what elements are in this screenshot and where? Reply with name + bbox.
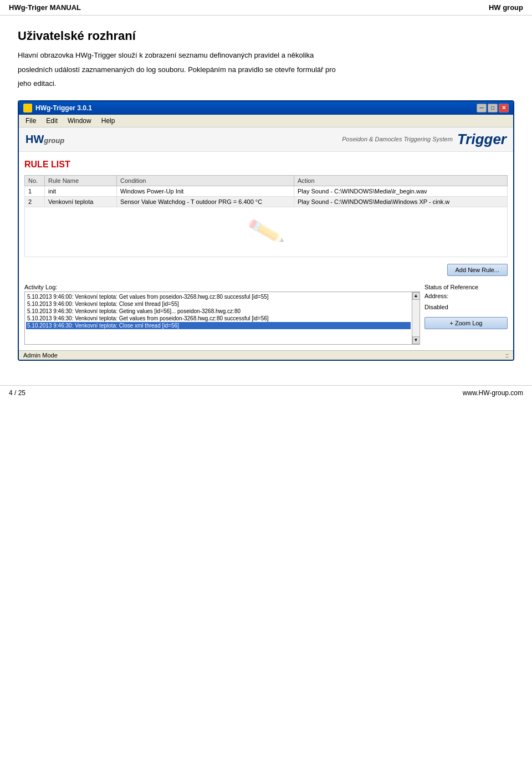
status-of-reference-label: Status of Reference: [424, 284, 508, 290]
address-label: Address:: [424, 293, 508, 299]
table-row[interactable]: 2 Venkovní teplota Sensor Value Watchdog…: [25, 196, 508, 207]
activity-log-label: Activity Log:: [24, 284, 420, 290]
logo-bar: HWgroup Poseidon & Damocles Triggering S…: [19, 127, 513, 152]
pencil-watermark-icon: ✏️: [246, 212, 286, 251]
app-title: HWg-Triger MANUAL: [9, 3, 81, 12]
app-window: ⚡ HWg-Trigger 3.0.1 ─ □ ✕ File Edit Wind…: [18, 100, 514, 361]
log-line-2: 5.10.2013 9:46:00: Venkovní teplota: Clo…: [26, 300, 411, 308]
log-line-4: 5.10.2013 9:46:30: Venkovní teplota: Get…: [26, 315, 411, 322]
log-left: Activity Log: 5.10.2013 9:46:00: Venkovn…: [24, 284, 420, 345]
section-desc-3: jeho editaci.: [18, 78, 514, 89]
menu-file[interactable]: File: [21, 116, 40, 126]
col-action: Action: [294, 175, 508, 186]
section-title: Uživatelské rozhraní: [18, 29, 514, 43]
table-row[interactable]: 1 init Windows Power-Up Init Play Sound …: [25, 186, 508, 196]
row1-no: 1: [25, 186, 45, 196]
menu-window[interactable]: Window: [63, 116, 96, 126]
app-icon: ⚡: [23, 104, 32, 113]
logo-left: HWgroup: [25, 133, 64, 146]
logo-tagline: Poseidon & Damocles Triggering System: [342, 136, 453, 142]
section-desc-2: posledních událostí zaznamenaných do log…: [18, 64, 514, 75]
minimize-button[interactable]: ─: [477, 104, 487, 113]
status-panel: Status of Reference Address: Disabled + …: [424, 284, 508, 345]
col-condition: Condition: [117, 175, 294, 186]
admin-mode-label: Admin Mode: [23, 352, 58, 359]
log-lines: 5.10.2013 9:46:00: Venkovní teplota: Get…: [26, 293, 411, 329]
row2-action: Play Sound - C:\WINDOWS\Media\Windows XP…: [294, 196, 508, 207]
company-name: HW group: [489, 3, 523, 12]
log-area: Activity Log: 5.10.2013 9:46:00: Venkovn…: [24, 284, 508, 345]
rule-list-title: RULE LIST: [24, 157, 508, 172]
section-desc-1: Hlavní obrazovka HWg-Trigger slouží k zo…: [18, 50, 514, 61]
page-number: 4 / 25: [9, 389, 25, 397]
page-content: Uživatelské rozhraní Hlavní obrazovka HW…: [0, 16, 532, 374]
log-line-5: 5.10.2013 9:46:30: Venkovní teplota: Clo…: [26, 322, 411, 329]
menu-edit[interactable]: Edit: [42, 116, 62, 126]
maximize-button[interactable]: □: [488, 104, 498, 113]
title-bar-controls: ─ □ ✕: [477, 104, 509, 113]
scroll-up-button[interactable]: ▲: [412, 292, 420, 300]
logo-right: Poseidon & Damocles Triggering System Tr…: [342, 131, 507, 148]
group-text: group: [44, 136, 64, 145]
hw-logo: HWgroup: [25, 133, 64, 145]
menu-help[interactable]: Help: [97, 116, 120, 126]
disabled-status: Disabled: [424, 304, 508, 310]
log-scrollbar: ▲ ▼: [412, 292, 420, 344]
website-url: www.HW-group.com: [463, 389, 523, 397]
menu-bar: File Edit Window Help: [19, 115, 513, 127]
add-new-rule-button[interactable]: Add New Rule...: [447, 264, 508, 276]
title-bar: ⚡ HWg-Trigger 3.0.1 ─ □ ✕: [19, 101, 513, 115]
scroll-down-button[interactable]: ▼: [412, 336, 420, 344]
row2-condition: Sensor Value Watchdog - T outdoor PRG = …: [117, 196, 294, 207]
hw-text: HW: [25, 133, 44, 145]
window-title: HWg-Trigger 3.0.1: [35, 104, 92, 112]
add-rule-area: Add New Rule...: [24, 260, 508, 279]
rule-table: No. Rule Name Condition Action 1 init Wi…: [24, 175, 508, 257]
page-footer: 4 / 25 www.HW-group.com: [0, 385, 532, 400]
row1-name: init: [45, 186, 117, 196]
title-bar-left: ⚡ HWg-Trigger 3.0.1: [23, 104, 92, 113]
row2-no: 2: [25, 196, 45, 207]
activity-log-box: 5.10.2013 9:46:00: Venkovní teplota: Get…: [24, 292, 420, 345]
row1-action: Play Sound - C:\WINDOWS\Media\lr_begin.w…: [294, 186, 508, 196]
col-rule-name: Rule Name: [45, 175, 117, 186]
zoom-log-button[interactable]: + Zoom Log: [424, 317, 508, 329]
page-header: HWg-Triger MANUAL HW group: [0, 0, 532, 16]
col-no: No.: [25, 175, 45, 186]
row2-name: Venkovní teplota: [45, 196, 117, 207]
status-bar: Admin Mode ::: [19, 350, 513, 360]
status-bar-right: ::: [505, 352, 509, 359]
close-button[interactable]: ✕: [499, 104, 509, 113]
log-line-1: 5.10.2013 9:46:00: Venkovní teplota: Get…: [26, 293, 411, 300]
row1-condition: Windows Power-Up Init: [117, 186, 294, 196]
rule-empty-area: ✏️: [25, 207, 508, 257]
window-body: RULE LIST No. Rule Name Condition Action…: [19, 152, 513, 350]
log-line-3: 5.10.2013 9:46:30: Venkovní teplota: Get…: [26, 308, 411, 315]
trigger-logo: Trigger: [457, 131, 507, 148]
